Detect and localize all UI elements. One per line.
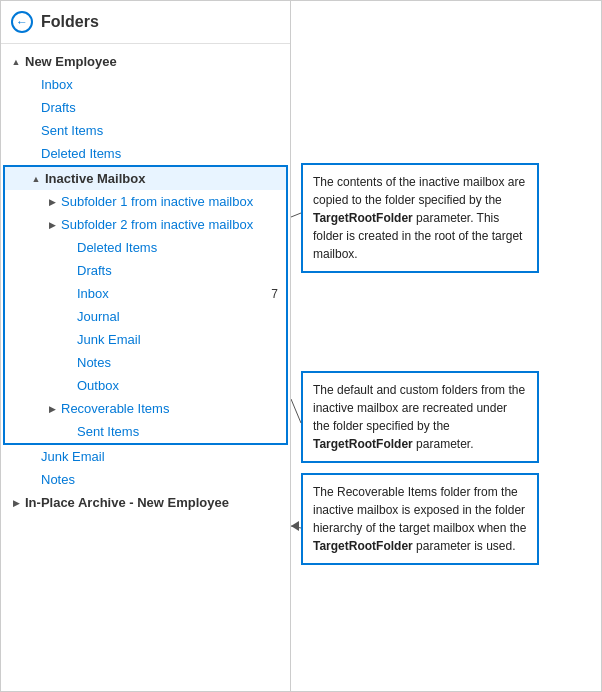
- expand-icon-junk-top: [25, 450, 39, 464]
- expand-icon-drafts-inner: [61, 264, 75, 278]
- tree-item-junk-inner[interactable]: Junk Email: [3, 328, 288, 351]
- tree-item-notes-top[interactable]: Notes: [1, 468, 290, 491]
- tree-item-notes-inner[interactable]: Notes: [3, 351, 288, 374]
- expand-icon-inbox-top: [25, 78, 39, 92]
- svg-line-0: [291, 213, 301, 217]
- item-label-notes-inner: Notes: [77, 355, 286, 370]
- expand-icon-journal-inner: [61, 310, 75, 324]
- tree-item-recoverable-inner[interactable]: ▶Recoverable Items: [3, 397, 288, 420]
- item-label-subfolder2: Subfolder 2 from inactive mailbox: [61, 217, 286, 232]
- tree-item-new-employee[interactable]: ▲New Employee: [1, 50, 290, 73]
- panel-title: Folders: [41, 13, 99, 31]
- tree-item-sent-top[interactable]: Sent Items: [1, 119, 290, 142]
- folder-panel: ← Folders ▲New EmployeeInboxDraftsSent I…: [1, 1, 291, 691]
- tree-item-inbox-top[interactable]: Inbox: [1, 73, 290, 96]
- item-label-deleted-inner: Deleted Items: [77, 240, 286, 255]
- tree-item-drafts-top[interactable]: Drafts: [1, 96, 290, 119]
- svg-line-2: [291, 526, 301, 528]
- expand-icon-inactive-mailbox: ▲: [29, 172, 43, 186]
- tree-item-subfolder2[interactable]: ▶Subfolder 2 from inactive mailbox: [3, 213, 288, 236]
- item-label-inactive-mailbox: Inactive Mailbox: [45, 171, 286, 186]
- item-count-inbox-inner: 7: [271, 287, 278, 301]
- svg-line-1: [291, 399, 301, 423]
- right-panel: The contents of the inactive mailbox are…: [291, 1, 601, 691]
- expand-icon-notes-top: [25, 473, 39, 487]
- tree-item-deleted-top[interactable]: Deleted Items: [1, 142, 290, 165]
- item-label-drafts-top: Drafts: [41, 100, 290, 115]
- expand-icon-drafts-top: [25, 101, 39, 115]
- expand-icon-sent-top: [25, 124, 39, 138]
- expand-icon-subfolder1: ▶: [45, 195, 59, 209]
- item-label-sent-inner: Sent Items: [77, 424, 286, 439]
- tree-item-deleted-inner[interactable]: Deleted Items: [3, 236, 288, 259]
- expand-icon-inplace-archive: ▶: [9, 496, 23, 510]
- item-label-new-employee: New Employee: [25, 54, 290, 69]
- expand-icon-outbox-inner: [61, 379, 75, 393]
- callout-box-callout3: The Recoverable Items folder from the in…: [301, 473, 539, 565]
- tree-item-drafts-inner[interactable]: Drafts: [3, 259, 288, 282]
- item-label-junk-inner: Junk Email: [77, 332, 286, 347]
- item-label-deleted-top: Deleted Items: [41, 146, 290, 161]
- callout-box-callout2: The default and custom folders from the …: [301, 371, 539, 463]
- back-button[interactable]: ←: [11, 11, 33, 33]
- panel-header: ← Folders: [1, 1, 290, 44]
- expand-icon-subfolder2: ▶: [45, 218, 59, 232]
- tree-item-outbox-inner[interactable]: Outbox: [3, 374, 288, 397]
- item-label-junk-top: Junk Email: [41, 449, 290, 464]
- item-label-sent-top: Sent Items: [41, 123, 290, 138]
- tree-item-inactive-mailbox[interactable]: ▲Inactive Mailbox: [3, 165, 288, 190]
- expand-icon-deleted-inner: [61, 241, 75, 255]
- item-label-drafts-inner: Drafts: [77, 263, 286, 278]
- tree-item-junk-top[interactable]: Junk Email: [1, 445, 290, 468]
- expand-icon-sent-inner: [61, 425, 75, 439]
- item-label-inplace-archive: In-Place Archive - New Employee: [25, 495, 290, 510]
- tree-item-inplace-archive[interactable]: ▶In-Place Archive - New Employee: [1, 491, 290, 514]
- tree-item-journal-inner[interactable]: Journal: [3, 305, 288, 328]
- expand-icon-new-employee: ▲: [9, 55, 23, 69]
- item-label-notes-top: Notes: [41, 472, 290, 487]
- callout-box-callout1: The contents of the inactive mailbox are…: [301, 163, 539, 273]
- expand-icon-recoverable-inner: ▶: [45, 402, 59, 416]
- svg-marker-3: [291, 521, 299, 531]
- item-label-recoverable-inner: Recoverable Items: [61, 401, 286, 416]
- item-label-outbox-inner: Outbox: [77, 378, 286, 393]
- main-container: ← Folders ▲New EmployeeInboxDraftsSent I…: [0, 0, 602, 692]
- item-label-inbox-inner: Inbox: [77, 286, 271, 301]
- expand-icon-junk-inner: [61, 333, 75, 347]
- item-label-inbox-top: Inbox: [41, 77, 290, 92]
- expand-icon-inbox-inner: [61, 287, 75, 301]
- folder-tree: ▲New EmployeeInboxDraftsSent ItemsDelete…: [1, 44, 290, 520]
- connector-svg: [291, 1, 601, 691]
- item-label-subfolder1: Subfolder 1 from inactive mailbox: [61, 194, 286, 209]
- expand-icon-deleted-top: [25, 147, 39, 161]
- tree-item-subfolder1[interactable]: ▶Subfolder 1 from inactive mailbox: [3, 190, 288, 213]
- expand-icon-notes-inner: [61, 356, 75, 370]
- tree-item-inbox-inner[interactable]: Inbox7: [3, 282, 288, 305]
- tree-item-sent-inner[interactable]: Sent Items: [3, 420, 288, 445]
- item-label-journal-inner: Journal: [77, 309, 286, 324]
